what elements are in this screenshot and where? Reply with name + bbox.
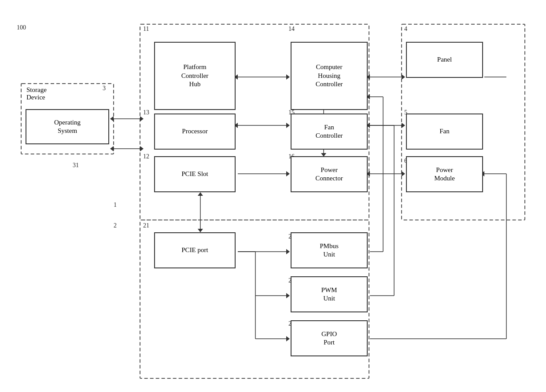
svg-marker-9 bbox=[110, 146, 114, 151]
pcie-slot-label: PCIE Slot bbox=[181, 170, 208, 179]
storage-device-label: Storage Device bbox=[26, 86, 47, 101]
label-3: 3 bbox=[103, 85, 106, 92]
label-14: 14 bbox=[288, 26, 295, 33]
label-2: 2 bbox=[114, 222, 117, 229]
fan-controller-label: Fan Controller bbox=[316, 123, 343, 140]
svg-marker-12 bbox=[286, 74, 290, 80]
panel-box: Panel bbox=[406, 42, 483, 78]
label-1: 1 bbox=[114, 201, 117, 209]
diagram: 100 2 3 4 5 6 11 12 13 14 15 16 1 21 22 … bbox=[0, 0, 546, 392]
pmbus-unit-label: PMbus Unit bbox=[320, 242, 339, 259]
platform-controller-hub-label: Platform Controller Hub bbox=[181, 63, 209, 89]
svg-marker-5 bbox=[140, 116, 144, 121]
computer-housing-controller-label: Computer Housing Controller bbox=[316, 63, 343, 89]
svg-marker-6 bbox=[110, 116, 114, 121]
label-4: 4 bbox=[404, 26, 407, 33]
svg-marker-42 bbox=[286, 336, 290, 341]
operating-system-box: Operating System bbox=[26, 109, 109, 144]
operating-system-label: Operating System bbox=[54, 118, 81, 136]
svg-marker-24 bbox=[402, 74, 405, 80]
label-12: 12 bbox=[143, 153, 149, 160]
label-13: 13 bbox=[143, 109, 149, 116]
pcie-slot-box: PCIE Slot bbox=[154, 156, 236, 192]
svg-marker-27 bbox=[402, 123, 405, 128]
power-module-label: Power Module bbox=[434, 166, 455, 183]
svg-marker-30 bbox=[402, 171, 405, 176]
fan-box: Fan bbox=[406, 114, 483, 150]
svg-marker-33 bbox=[198, 229, 203, 232]
pcie-port-label: PCIE port bbox=[181, 246, 208, 255]
pcie-port-box: PCIE port bbox=[154, 232, 236, 268]
svg-marker-32 bbox=[198, 192, 203, 196]
label-11: 11 bbox=[143, 26, 149, 33]
computer-housing-controller-box: Computer Housing Controller bbox=[291, 42, 368, 110]
platform-controller-hub-box: Platform Controller Hub bbox=[154, 42, 236, 110]
fan-controller-box: Fan Controller bbox=[291, 114, 368, 150]
pwm-unit-label: PWM Unit bbox=[321, 286, 337, 303]
power-connector-label: Power Connector bbox=[315, 166, 343, 183]
gpio-port-box: GPIO Port bbox=[291, 320, 368, 356]
panel-label: Panel bbox=[437, 55, 452, 64]
svg-marker-21 bbox=[286, 171, 290, 176]
svg-marker-8 bbox=[140, 146, 144, 151]
svg-marker-35 bbox=[286, 249, 290, 254]
label-100: 100 bbox=[17, 24, 26, 31]
label-31: 31 bbox=[73, 162, 79, 169]
label-21: 21 bbox=[143, 222, 149, 229]
pmbus-unit-box: PMbus Unit bbox=[291, 232, 368, 268]
processor-label: Processor bbox=[182, 127, 207, 136]
gpio-port-label: GPIO Port bbox=[321, 330, 337, 347]
svg-marker-19 bbox=[286, 123, 290, 128]
power-connector-box: Power Connector bbox=[291, 156, 368, 192]
processor-box: Processor bbox=[154, 114, 236, 150]
power-module-box: Power Module bbox=[406, 156, 483, 192]
svg-marker-39 bbox=[286, 293, 290, 298]
fan-label: Fan bbox=[439, 127, 450, 136]
pwm-unit-box: PWM Unit bbox=[291, 276, 368, 312]
